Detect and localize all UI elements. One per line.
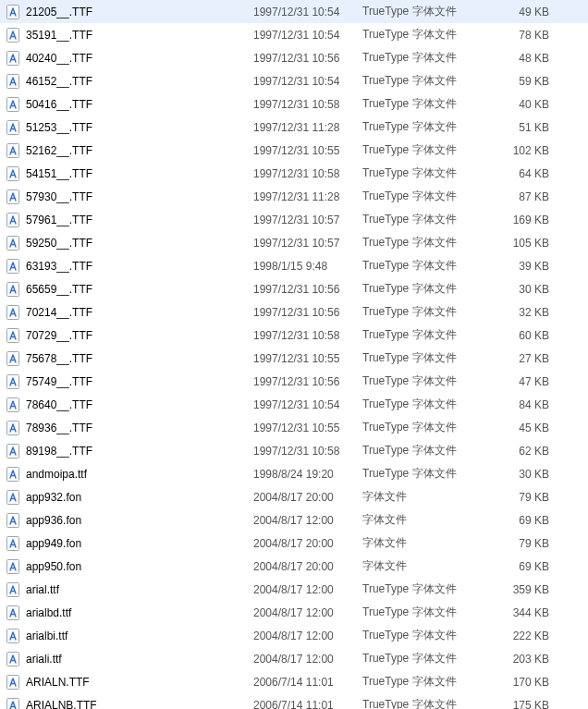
file-row[interactable]: 57930__.TTF1997/12/31 11:28TrueType 字体文件… bbox=[0, 185, 588, 208]
file-size-cell: 51 KB bbox=[492, 121, 557, 134]
file-row[interactable]: 78640__.TTF1997/12/31 10:54TrueType 字体文件… bbox=[0, 393, 588, 416]
font-file-icon bbox=[6, 189, 20, 204]
file-name-label: 57930__.TTF bbox=[26, 190, 92, 203]
file-name-label: 21205__.TTF bbox=[26, 6, 92, 18]
file-type-cell: 字体文件 bbox=[362, 489, 492, 505]
file-size-cell: 102 KB bbox=[492, 144, 557, 157]
file-date-cell: 1997/12/31 10:58 bbox=[253, 167, 362, 180]
file-name-label: 65659__.TTF bbox=[26, 283, 92, 296]
file-date-cell: 1997/12/31 10:58 bbox=[253, 98, 362, 111]
file-name-label: 35191__.TTF bbox=[26, 29, 92, 42]
file-size-cell: 32 KB bbox=[492, 306, 557, 319]
file-size-cell: 59 KB bbox=[492, 75, 557, 88]
file-row[interactable]: app932.fon2004/8/17 20:00字体文件79 KB bbox=[0, 485, 588, 508]
file-date-cell: 2004/8/17 20:00 bbox=[253, 560, 362, 573]
file-row[interactable]: 51253__.TTF1997/12/31 11:28TrueType 字体文件… bbox=[0, 116, 588, 139]
font-file-icon bbox=[6, 166, 20, 181]
file-name-cell: andmoipa.ttf bbox=[6, 467, 253, 482]
file-row[interactable]: 78936__.TTF1997/12/31 10:55TrueType 字体文件… bbox=[0, 416, 588, 439]
file-date-cell: 1997/12/31 10:54 bbox=[253, 29, 362, 42]
file-row[interactable]: arial.ttf2004/8/17 12:00TrueType 字体文件359… bbox=[0, 578, 588, 601]
file-name-label: 50416__.TTF bbox=[26, 98, 92, 111]
file-type-cell: TrueType 字体文件 bbox=[362, 96, 492, 112]
file-row[interactable]: 70214__.TTF1997/12/31 10:56TrueType 字体文件… bbox=[0, 300, 588, 324]
file-date-cell: 1997/12/31 10:55 bbox=[253, 144, 362, 157]
font-file-icon bbox=[6, 629, 20, 643]
file-size-cell: 47 KB bbox=[492, 375, 557, 388]
file-date-cell: 1997/12/31 10:55 bbox=[253, 352, 362, 365]
file-type-cell: TrueType 字体文件 bbox=[362, 327, 492, 343]
font-file-icon bbox=[6, 213, 20, 227]
file-size-cell: 64 KB bbox=[492, 167, 557, 180]
file-row[interactable]: 21205__.TTF1997/12/31 10:54TrueType 字体文件… bbox=[0, 0, 588, 23]
file-name-label: app950.fon bbox=[26, 560, 81, 573]
file-row[interactable]: app949.fon2004/8/17 20:00字体文件79 KB bbox=[0, 532, 588, 555]
file-size-cell: 45 KB bbox=[492, 422, 557, 434]
svg-rect-27 bbox=[7, 629, 19, 642]
file-type-cell: TrueType 字体文件 bbox=[362, 4, 492, 19]
file-size-cell: 222 KB bbox=[492, 630, 557, 642]
font-file-icon bbox=[6, 74, 20, 89]
file-row[interactable]: 40240__.TTF1997/12/31 10:56TrueType 字体文件… bbox=[0, 46, 588, 69]
file-row[interactable]: arialbd.ttf2004/8/17 12:00TrueType 字体文件3… bbox=[0, 601, 588, 624]
file-row[interactable]: 75678__.TTF1997/12/31 10:55TrueType 字体文件… bbox=[0, 347, 588, 370]
svg-rect-9 bbox=[7, 213, 19, 226]
file-name-label: arial.ttf bbox=[26, 583, 59, 596]
file-row[interactable]: app936.fon2004/8/17 12:00字体文件69 KB bbox=[0, 508, 588, 532]
svg-rect-13 bbox=[7, 305, 19, 319]
file-row[interactable]: 65659__.TTF1997/12/31 10:56TrueType 字体文件… bbox=[0, 277, 588, 300]
svg-rect-19 bbox=[7, 444, 19, 458]
file-name-cell: ARIALNB.TTF bbox=[6, 698, 253, 710]
file-name-cell: 89198__.TTF bbox=[6, 444, 253, 458]
file-type-cell: 字体文件 bbox=[362, 558, 492, 574]
file-size-cell: 78 KB bbox=[492, 29, 557, 42]
file-row[interactable]: 50416__.TTF1997/12/31 10:58TrueType 字体文件… bbox=[0, 92, 588, 116]
file-name-cell: 57930__.TTF bbox=[6, 189, 253, 204]
file-date-cell: 2006/7/14 11:01 bbox=[253, 676, 362, 689]
file-type-cell: TrueType 字体文件 bbox=[362, 674, 492, 690]
file-type-cell: TrueType 字体文件 bbox=[362, 27, 492, 43]
file-type-cell: 字体文件 bbox=[362, 512, 492, 528]
file-row[interactable]: ARIALN.TTF2006/7/14 11:01TrueType 字体文件17… bbox=[0, 670, 588, 693]
file-type-cell: TrueType 字体文件 bbox=[362, 119, 492, 135]
file-name-cell: 75749__.TTF bbox=[6, 374, 253, 389]
file-row[interactable]: 46152__.TTF1997/12/31 10:54TrueType 字体文件… bbox=[0, 69, 588, 92]
file-row[interactable]: 59250__.TTF1997/12/31 10:57TrueType 字体文件… bbox=[0, 231, 588, 254]
file-row[interactable]: 89198__.TTF1997/12/31 10:58TrueType 字体文件… bbox=[0, 439, 588, 462]
file-row[interactable]: 54151__.TTF1997/12/31 10:58TrueType 字体文件… bbox=[0, 162, 588, 185]
svg-rect-30 bbox=[7, 698, 19, 709]
file-type-cell: TrueType 字体文件 bbox=[362, 628, 492, 643]
file-name-cell: 54151__.TTF bbox=[6, 166, 253, 181]
file-name-label: 54151__.TTF bbox=[26, 167, 92, 180]
file-row[interactable]: 75749__.TTF1997/12/31 10:56TrueType 字体文件… bbox=[0, 370, 588, 393]
file-row[interactable]: 35191__.TTF1997/12/31 10:54TrueType 字体文件… bbox=[0, 23, 588, 46]
font-file-icon bbox=[6, 259, 20, 274]
svg-rect-4 bbox=[7, 97, 19, 111]
svg-rect-21 bbox=[7, 490, 19, 504]
file-size-cell: 170 KB bbox=[492, 676, 557, 689]
file-type-cell: TrueType 字体文件 bbox=[362, 258, 492, 274]
file-row[interactable]: 70729__.TTF1997/12/31 10:58TrueType 字体文件… bbox=[0, 324, 588, 347]
file-name-cell: arial.ttf bbox=[6, 582, 253, 597]
file-row[interactable]: 57961__.TTF1997/12/31 10:57TrueType 字体文件… bbox=[0, 208, 588, 231]
file-name-label: 70214__.TTF bbox=[26, 306, 92, 319]
file-row[interactable]: app950.fon2004/8/17 20:00字体文件69 KB bbox=[0, 555, 588, 578]
file-name-cell: 78640__.TTF bbox=[6, 397, 253, 412]
file-row[interactable]: andmoipa.ttf1998/8/24 19:20TrueType 字体文件… bbox=[0, 462, 588, 485]
file-date-cell: 1997/12/31 10:58 bbox=[253, 445, 362, 458]
file-row[interactable]: 52162__.TTF1997/12/31 10:55TrueType 字体文件… bbox=[0, 139, 588, 162]
file-row[interactable]: ARIALNB.TTF2006/7/14 11:01TrueType 字体文件1… bbox=[0, 693, 588, 709]
file-row[interactable]: 63193__.TTF1998/1/15 9:48TrueType 字体文件39… bbox=[0, 254, 588, 277]
file-type-cell: TrueType 字体文件 bbox=[362, 212, 492, 227]
svg-rect-20 bbox=[7, 467, 19, 481]
file-row[interactable]: arialbi.ttf2004/8/17 12:00TrueType 字体文件2… bbox=[0, 624, 588, 647]
font-file-icon bbox=[6, 675, 20, 690]
file-row[interactable]: ariali.ttf2004/8/17 12:00TrueType 字体文件20… bbox=[0, 647, 588, 670]
svg-rect-28 bbox=[7, 652, 19, 666]
file-name-label: ARIALN.TTF bbox=[26, 676, 90, 689]
file-name-cell: 75678__.TTF bbox=[6, 351, 253, 366]
font-file-icon bbox=[6, 605, 20, 620]
svg-rect-26 bbox=[7, 605, 19, 619]
file-name-cell: app932.fon bbox=[6, 490, 253, 505]
file-date-cell: 2004/8/17 12:00 bbox=[253, 630, 362, 642]
